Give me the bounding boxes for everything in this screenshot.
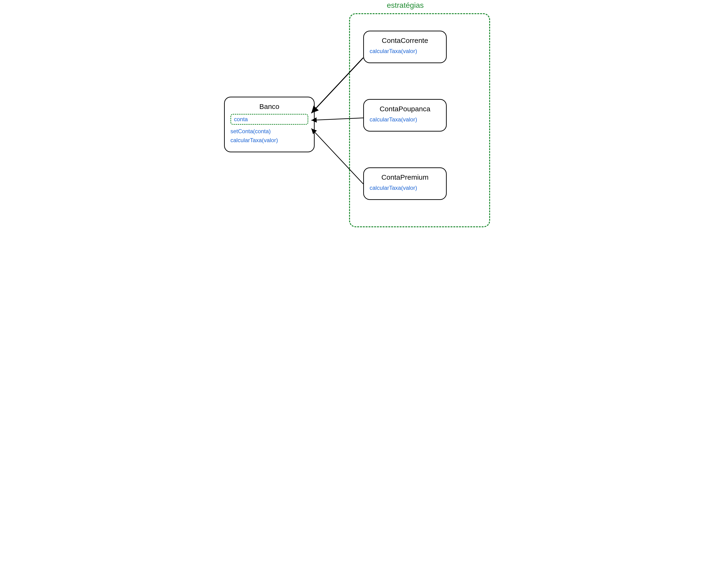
strategies-group-label: estratégias <box>387 1 424 10</box>
field-conta: conta <box>234 116 305 123</box>
field-conta-box: conta <box>230 114 308 125</box>
class-title: ContaPremium <box>370 173 441 181</box>
method-calculartaxa: calcularTaxa(valor) <box>370 48 441 55</box>
class-title: Banco <box>230 103 308 110</box>
class-title: ContaCorrente <box>370 37 441 45</box>
class-box-banco: Banco conta setConta(conta) calcularTaxa… <box>224 97 315 152</box>
diagram-stage: estratégias Banco conta setConta(conta) … <box>217 0 500 236</box>
class-title: ContaPoupanca <box>370 105 441 113</box>
method-calculartaxa: calcularTaxa(valor) <box>370 185 441 191</box>
class-box-contapoupanca: ContaPoupanca calcularTaxa(valor) <box>363 99 447 131</box>
method-setconta: setConta(conta) <box>230 128 308 134</box>
method-calculartaxa: calcularTaxa(valor) <box>230 137 308 144</box>
method-calculartaxa: calcularTaxa(valor) <box>370 116 441 123</box>
class-box-contacorrente: ContaCorrente calcularTaxa(valor) <box>363 30 447 63</box>
class-box-contapremium: ContaPremium calcularTaxa(valor) <box>363 167 447 200</box>
